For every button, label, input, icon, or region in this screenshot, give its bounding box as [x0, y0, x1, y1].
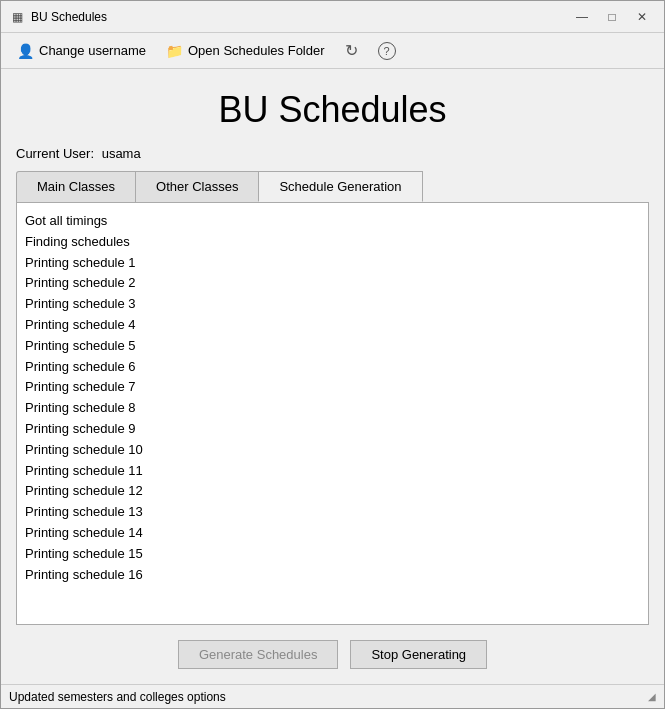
log-line: Printing schedule 3	[25, 294, 640, 315]
log-line: Printing schedule 2	[25, 273, 640, 294]
status-bar: Updated semesters and colleges options ◢	[1, 684, 664, 708]
tabs-container: Main Classes Other Classes Schedule Gene…	[1, 171, 664, 202]
maximize-button[interactable]: □	[598, 6, 626, 28]
open-folder-menu-item[interactable]: 📁 Open Schedules Folder	[158, 39, 333, 63]
log-line: Printing schedule 16	[25, 565, 640, 586]
current-user-value: usama	[102, 146, 141, 161]
log-line: Printing schedule 7	[25, 377, 640, 398]
menu-bar: 👤 Change username 📁 Open Schedules Folde…	[1, 33, 664, 69]
log-line: Printing schedule 11	[25, 461, 640, 482]
change-username-label: Change username	[39, 43, 146, 58]
log-line: Printing schedule 5	[25, 336, 640, 357]
title-bar: ▦ BU Schedules — □ ✕	[1, 1, 664, 33]
main-window: ▦ BU Schedules — □ ✕ 👤 Change username 📁…	[0, 0, 665, 709]
log-line: Printing schedule 8	[25, 398, 640, 419]
buttons-row: Generate Schedules Stop Generating	[1, 625, 664, 684]
tab-other-classes[interactable]: Other Classes	[135, 171, 259, 202]
refresh-icon: ↻	[345, 41, 358, 60]
window-controls: — □ ✕	[568, 6, 656, 28]
status-text: Updated semesters and colleges options	[9, 690, 226, 704]
current-user-label: Current User:	[16, 146, 94, 161]
change-username-menu-item[interactable]: 👤 Change username	[9, 39, 154, 63]
current-user-row: Current User: usama	[1, 146, 664, 171]
window-title: BU Schedules	[31, 10, 568, 24]
open-folder-label: Open Schedules Folder	[188, 43, 325, 58]
user-icon: 👤	[17, 43, 34, 59]
log-line: Printing schedule 13	[25, 502, 640, 523]
refresh-menu-item[interactable]: ↻	[337, 37, 366, 64]
tab-content-area: Got all timingsFinding schedulesPrinting…	[16, 202, 649, 625]
app-title: BU Schedules	[1, 69, 664, 146]
help-icon: ?	[378, 42, 396, 60]
close-button[interactable]: ✕	[628, 6, 656, 28]
generate-schedules-button[interactable]: Generate Schedules	[178, 640, 339, 669]
log-line: Printing schedule 6	[25, 357, 640, 378]
log-line: Printing schedule 1	[25, 253, 640, 274]
resize-handle[interactable]: ◢	[648, 691, 656, 702]
log-line: Printing schedule 15	[25, 544, 640, 565]
log-line: Printing schedule 14	[25, 523, 640, 544]
log-line: Got all timings	[25, 211, 640, 232]
help-menu-item[interactable]: ?	[370, 38, 404, 64]
log-area[interactable]: Got all timingsFinding schedulesPrinting…	[17, 203, 648, 624]
app-icon: ▦	[9, 9, 25, 25]
log-line: Printing schedule 4	[25, 315, 640, 336]
minimize-button[interactable]: —	[568, 6, 596, 28]
main-content: BU Schedules Current User: usama Main Cl…	[1, 69, 664, 684]
folder-icon: 📁	[166, 43, 183, 59]
log-line: Finding schedules	[25, 232, 640, 253]
log-line: Printing schedule 10	[25, 440, 640, 461]
log-line: Printing schedule 9	[25, 419, 640, 440]
tab-schedule-generation[interactable]: Schedule Generation	[258, 171, 422, 202]
tab-main-classes[interactable]: Main Classes	[16, 171, 136, 202]
stop-generating-button[interactable]: Stop Generating	[350, 640, 487, 669]
log-line: Printing schedule 12	[25, 481, 640, 502]
